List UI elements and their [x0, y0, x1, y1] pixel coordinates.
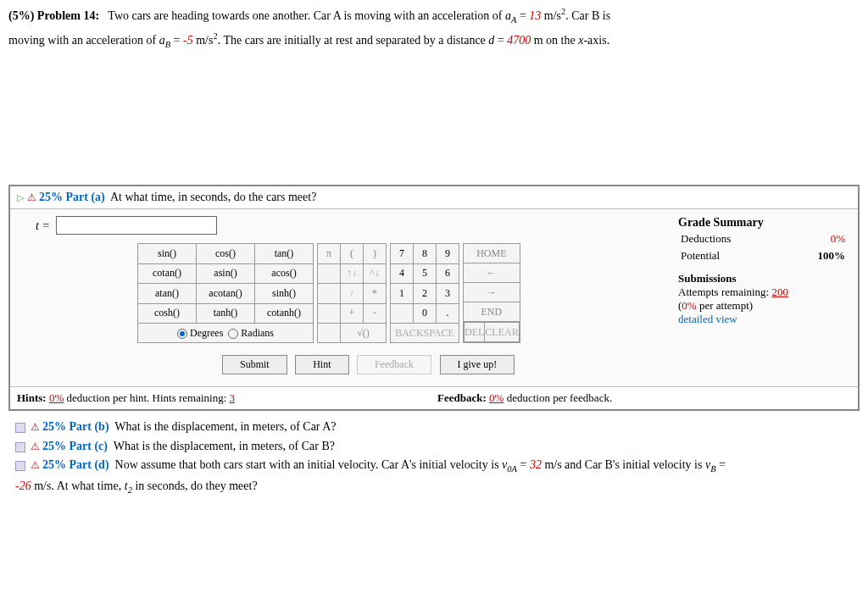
part-a-header: ▷ ⚠ 25% Part (a) At what time, in second…	[10, 186, 858, 209]
problem-statement: (5%) Problem 14: Two cars are heading to…	[8, 5, 860, 26]
key-cotanh[interactable]: cotanh()	[255, 303, 314, 323]
part-c-row[interactable]: ⚠ 25% Part (c) What is the displacement,…	[15, 437, 853, 456]
key-asin[interactable]: asin()	[197, 263, 255, 283]
key-plus[interactable]: +	[341, 303, 364, 323]
part-a-container: ▷ ⚠ 25% Part (a) At what time, in second…	[8, 185, 860, 411]
part-d-cont: -26 m/s. At what time, t2 in seconds, do…	[15, 477, 853, 498]
key-dot[interactable]: .	[437, 303, 459, 323]
key-2[interactable]: 2	[414, 284, 437, 303]
key-acotan[interactable]: acotan()	[197, 284, 255, 303]
key-minus[interactable]: -	[364, 303, 387, 323]
key-cotan[interactable]: cotan()	[138, 263, 197, 283]
key-sinh[interactable]: sinh()	[255, 284, 314, 303]
key-left[interactable]: ←	[464, 263, 520, 283]
key-del[interactable]: DEL	[465, 323, 485, 342]
key-cos[interactable]: cos()	[197, 244, 255, 263]
key-tanh[interactable]: tanh()	[197, 303, 255, 323]
problem-statement-line2: moving with an acceleration of aB = -5 m…	[8, 30, 860, 51]
hint-button[interactable]: Hint	[295, 355, 348, 374]
key-tan[interactable]: tan()	[255, 244, 314, 263]
key-cosh[interactable]: cosh()	[138, 303, 197, 323]
collapse-icon[interactable]	[15, 423, 25, 433]
key-sin[interactable]: sin()	[138, 244, 197, 263]
giveup-button[interactable]: I give up!	[440, 355, 515, 374]
hints-bar: Hints: 0% deduction per hint. Hints rema…	[10, 386, 858, 409]
key-lparen[interactable]: (	[341, 244, 364, 263]
key-0[interactable]: 0	[414, 303, 437, 323]
other-parts: ⚠ 25% Part (b) What is the displacement,…	[8, 411, 860, 501]
key-end[interactable]: END	[464, 302, 520, 322]
radio-radians-icon[interactable]	[228, 329, 238, 339]
number-keypad: 789 456 123 0. BACKSPACE	[390, 243, 459, 343]
key-mul[interactable]: *	[364, 284, 387, 303]
operator-keypad: π() ↑↓^↓ /* +- √()	[317, 243, 387, 343]
keypad: sin()cos()tan() cotan()asin()acos() atan…	[137, 243, 678, 343]
part-b-row[interactable]: ⚠ 25% Part (b) What is the displacement,…	[15, 418, 853, 436]
control-keypad: HOME ← → END DELCLEAR	[463, 243, 520, 343]
key-sqrt[interactable]: √()	[341, 323, 387, 342]
warning-icon: ⚠	[31, 421, 40, 433]
collapse-icon[interactable]	[15, 442, 25, 452]
key-clear[interactable]: CLEAR	[485, 323, 519, 342]
warning-icon: ⚠	[31, 441, 40, 452]
warning-icon: ⚠	[27, 191, 36, 203]
key-atan[interactable]: atan()	[138, 284, 197, 303]
key-8[interactable]: 8	[414, 244, 437, 263]
key-7[interactable]: 7	[391, 244, 414, 263]
key-backspace[interactable]: BACKSPACE	[391, 323, 459, 342]
key-9[interactable]: 9	[437, 244, 459, 263]
key-div[interactable]: /	[341, 284, 364, 303]
key-updown[interactable]: ↑↓	[341, 263, 364, 283]
detailed-view-link[interactable]: detailed view	[678, 313, 737, 325]
collapse-icon[interactable]	[15, 461, 25, 471]
key-1[interactable]: 1	[391, 284, 414, 303]
feedback-button[interactable]: Feedback	[357, 355, 431, 374]
key-power[interactable]: ^↓	[364, 263, 387, 283]
part-d-row[interactable]: ⚠ 25% Part (d) Now assume that both cars…	[15, 456, 853, 477]
key-pi[interactable]: π	[318, 244, 341, 263]
key-6[interactable]: 6	[437, 263, 459, 283]
answer-row: t =	[36, 216, 678, 235]
key-rparen[interactable]: )	[364, 244, 387, 263]
key-3[interactable]: 3	[437, 284, 459, 303]
expand-icon[interactable]: ▷	[17, 192, 24, 202]
submit-button[interactable]: Submit	[222, 355, 287, 374]
key-4[interactable]: 4	[391, 263, 414, 283]
angle-mode[interactable]: Degrees Radians	[138, 323, 314, 342]
function-keypad: sin()cos()tan() cotan()asin()acos() atan…	[137, 243, 314, 343]
warning-icon: ⚠	[31, 459, 40, 471]
radio-degrees-icon[interactable]	[177, 329, 187, 339]
key-home[interactable]: HOME	[464, 244, 520, 263]
answer-variable: t =	[36, 219, 50, 232]
key-5[interactable]: 5	[414, 263, 437, 283]
grade-summary: Grade Summary Deductions0% Potential100%…	[678, 209, 858, 333]
key-acos[interactable]: acos()	[255, 263, 314, 283]
answer-input[interactable]	[56, 216, 217, 235]
action-buttons: Submit Hint Feedback I give up!	[222, 355, 678, 374]
key-right[interactable]: →	[464, 283, 520, 302]
